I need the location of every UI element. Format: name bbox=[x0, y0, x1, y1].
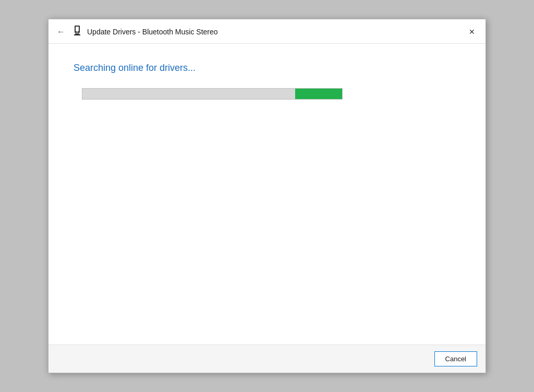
back-arrow-button[interactable]: ← bbox=[55, 27, 67, 37]
dialog-window: ← Update Drivers - Bluetooth Music Stere… bbox=[48, 19, 486, 373]
title-bar-left: ← Update Drivers - Bluetooth Music Stere… bbox=[55, 26, 218, 39]
svg-rect-2 bbox=[75, 33, 79, 34]
progress-bar-track bbox=[82, 88, 343, 100]
progress-bar-fill bbox=[295, 89, 342, 99]
status-text: Searching online for drivers... bbox=[74, 63, 460, 74]
window-title: Update Drivers - Bluetooth Music Stereo bbox=[87, 28, 218, 36]
device-icon bbox=[72, 26, 82, 39]
title-bar: ← Update Drivers - Bluetooth Music Stere… bbox=[48, 19, 486, 43]
progress-container bbox=[82, 88, 460, 100]
content-area: Searching online for drivers... bbox=[48, 44, 486, 345]
svg-rect-3 bbox=[74, 34, 80, 35]
footer: Cancel bbox=[48, 345, 486, 373]
cancel-button[interactable]: Cancel bbox=[434, 351, 477, 366]
close-button[interactable]: ✕ bbox=[465, 24, 479, 39]
svg-rect-1 bbox=[76, 27, 79, 31]
svg-point-4 bbox=[77, 31, 78, 32]
